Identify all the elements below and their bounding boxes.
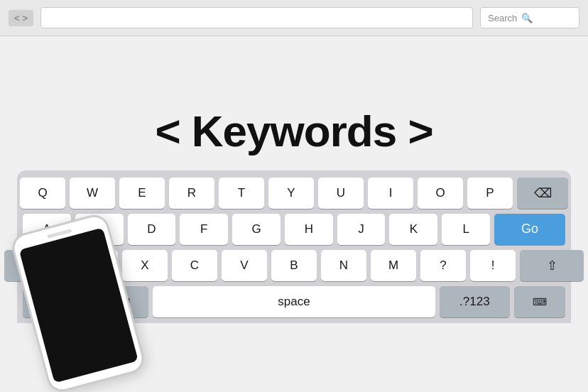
key-e[interactable]: E [119,178,165,209]
key-backspace[interactable]: ⌫ [517,178,568,209]
key-y[interactable]: Y [268,178,314,209]
browser-bar: < > Search 🔍 [0,0,588,36]
key-g[interactable]: G [232,214,281,245]
key-space[interactable]: space [153,286,435,317]
key-o[interactable]: O [418,178,463,209]
key-u[interactable]: U [318,178,364,209]
key-l[interactable]: L [442,214,490,245]
key-f[interactable]: F [180,214,228,245]
key-shift-right[interactable]: ⇧ [520,250,584,281]
key-keyboard-icon[interactable]: ⌨ [514,286,565,317]
nav-buttons[interactable]: < > [9,10,33,26]
key-w[interactable]: W [70,178,115,209]
key-j[interactable]: J [337,214,386,245]
key-x[interactable]: X [122,250,168,281]
key-v[interactable]: V [222,250,267,281]
backspace-icon: ⌫ [534,185,552,201]
key-t[interactable]: T [219,178,264,209]
search-box[interactable]: Search 🔍 [480,7,579,28]
address-bar[interactable] [40,7,473,28]
key-h[interactable]: H [285,214,333,245]
key-go[interactable]: Go [494,214,565,245]
key-c[interactable]: C [172,250,217,281]
key-b[interactable]: B [271,250,317,281]
shift-right-icon: ⇧ [547,258,557,273]
key-exclaim[interactable]: ! [470,250,516,281]
key-i[interactable]: I [368,178,413,209]
keywords-heading: < Keywords > [155,106,432,156]
key-q[interactable]: Q [20,178,65,209]
keyboard-icon: ⌨ [533,296,547,307]
key-k[interactable]: K [389,214,437,245]
key-r[interactable]: R [169,178,214,209]
search-label: Search [488,13,517,23]
back-button[interactable]: < [14,13,20,23]
key-numbers-right[interactable]: .?123 [440,286,510,317]
main-content: < Keywords > Q W E R T Y U I O P ⌫ [0,36,588,392]
key-d[interactable]: D [128,214,176,245]
key-row-1: Q W E R T Y U I O P ⌫ [23,178,565,209]
key-n[interactable]: N [321,250,366,281]
forward-button[interactable]: > [23,13,28,23]
key-p[interactable]: P [467,178,513,209]
key-question[interactable]: ? [420,250,466,281]
key-m[interactable]: M [371,250,416,281]
search-icon: 🔍 [521,13,533,23]
